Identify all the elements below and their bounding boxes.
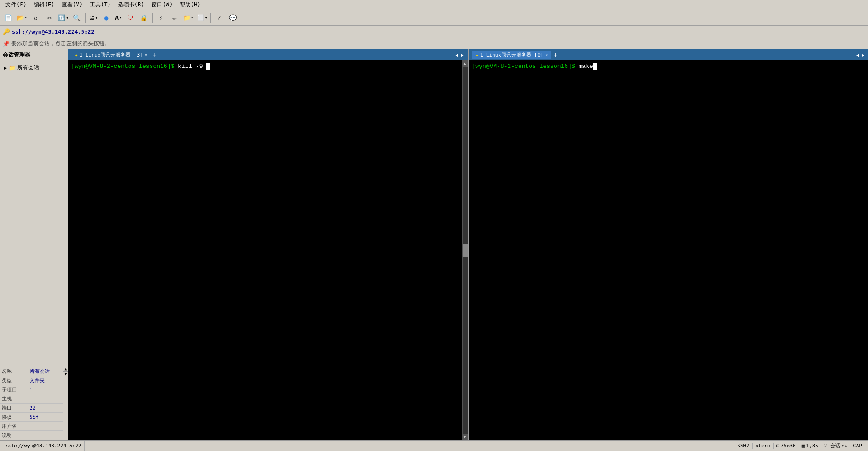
menu-help[interactable]: 帮助(H): [176, 0, 204, 10]
scroll-up-left[interactable]: ▲: [463, 60, 468, 67]
info-val-name: 所有会话: [28, 367, 63, 376]
shield-button[interactable]: 🛡: [124, 12, 137, 24]
pane-tab-right-label: 1 Linux腾讯云服务器 [0]: [480, 52, 544, 58]
info-val-port: 22: [28, 404, 63, 413]
session-manager-dropdown[interactable]: 🗂▾: [88, 12, 99, 24]
color-button[interactable]: ●: [100, 12, 113, 24]
status-arrows: ↑↓: [842, 443, 847, 448]
info-key-children: 子项目: [0, 385, 28, 394]
scroll-down-left[interactable]: ▼: [463, 434, 468, 440]
info-key-port: 端口: [0, 404, 28, 413]
sidebar-item-label: 所有会话: [17, 64, 39, 72]
terminal-pane-left[interactable]: ✦ 1 Linux腾讯云服务器 [3] × + ◀ ▶ [wyn@VM-8-2-…: [68, 49, 468, 440]
info-row-username: 用户名: [0, 422, 63, 431]
separator-1: [85, 13, 86, 23]
folder-icon: ▶: [4, 65, 7, 71]
info-row-name: 名称 所有会话: [0, 367, 63, 376]
info-row-protocol: 协议 SSH: [0, 413, 63, 422]
info-key-name: 名称: [0, 367, 28, 376]
menu-tabs[interactable]: 选项卡(B): [114, 0, 148, 10]
terminal-content-right[interactable]: [wyn@VM-8-2-centos lesson16]$ make: [469, 60, 868, 440]
info-row-host: 主机: [0, 394, 63, 404]
separator-3: [210, 13, 211, 23]
scroll-thumb-left[interactable]: [463, 244, 468, 257]
sidebar: 会话管理器 ▶ 📁 所有会话 名称 所有会话 类型 文件夹: [0, 49, 68, 440]
menu-view[interactable]: 查看(V): [58, 0, 86, 10]
pane-tab-left-star: ✦: [75, 52, 78, 57]
pane-tab-right-add[interactable]: +: [551, 51, 559, 58]
pane-tab-right-star: ✦: [476, 52, 478, 57]
session-tree: ▶ 📁 所有会话: [0, 61, 68, 367]
term-cursor-right: [593, 63, 597, 70]
font-dropdown[interactable]: A▾: [114, 12, 123, 24]
address-text: ssh://wyn@43.143.224.5:22: [12, 29, 94, 35]
macro-button[interactable]: ⚡: [155, 12, 167, 24]
pane-tab-left[interactable]: ✦ 1 Linux腾讯云服务器 [3] ×: [71, 51, 151, 59]
status-sessions-text: 2 会话: [824, 442, 840, 449]
info-row-desc: 说明: [0, 431, 63, 440]
info-key-type: 类型: [0, 376, 28, 385]
terminal-pane-right[interactable]: ✦ 1 Linux腾讯云服务器 [0] × + ◀ ▶ [wyn@VM-8-2-…: [468, 49, 868, 440]
info-val-username: [28, 422, 63, 431]
menu-file[interactable]: 文件(F): [2, 0, 30, 10]
open-dropdown[interactable]: 📂▾: [16, 12, 28, 24]
status-term-text: xterm: [755, 443, 770, 449]
status-size[interactable]: ⊞ 75×36: [774, 443, 799, 449]
find-button[interactable]: 🔍: [71, 12, 83, 24]
status-protocol[interactable]: SSH2: [734, 443, 753, 449]
scrollbar-up-btn[interactable]: ▲: [63, 367, 68, 372]
status-right-group: SSH2 xterm ⊞ 75×36 ▦ 1,35 2 会话 ↑↓ CAP: [734, 442, 865, 449]
status-cap-text: CAP: [853, 443, 862, 449]
folder-dropdown[interactable]: 📁▾: [182, 12, 195, 24]
sidebar-item-all-sessions[interactable]: ▶ 📁 所有会话: [2, 63, 66, 73]
addressbar: 🔑 ssh://wyn@43.143.224.5:22: [0, 26, 868, 38]
sidebar-title: 会话管理器: [0, 49, 68, 61]
status-cursor[interactable]: ▦ 1,35: [799, 443, 821, 449]
menu-window[interactable]: 窗口(W): [148, 0, 176, 10]
term-command-right: make: [579, 63, 593, 70]
help-button[interactable]: ?: [213, 12, 225, 24]
pane-tab-left-close[interactable]: ×: [145, 52, 147, 57]
status-size-text: 75×36: [781, 443, 796, 449]
info-key-protocol: 协议: [0, 413, 28, 422]
terminal-area: ✦ 1 Linux腾讯云服务器 [3] × + ◀ ▶ [wyn@VM-8-2-…: [68, 49, 868, 440]
pane-tab-right[interactable]: ✦ 1 Linux腾讯云服务器 [0] ×: [472, 51, 552, 59]
info-scrollbar[interactable]: ▲ ▼: [63, 367, 68, 440]
pane-tab-left-add[interactable]: +: [151, 51, 158, 58]
menu-edit[interactable]: 编辑(E): [30, 0, 58, 10]
info-key-username: 用户名: [0, 422, 28, 431]
menu-tools[interactable]: 工具(T): [86, 0, 114, 10]
chat-button[interactable]: 💬: [226, 12, 239, 24]
menubar: 文件(F) 编辑(E) 查看(V) 工具(T) 选项卡(B) 窗口(W) 帮助(…: [0, 0, 868, 10]
terminal-panes: ✦ 1 Linux腾讯云服务器 [3] × + ◀ ▶ [wyn@VM-8-2-…: [68, 49, 868, 440]
terminal-content-left[interactable]: [wyn@VM-8-2-centos lesson16]$ kill -9: [68, 60, 462, 440]
edit-button[interactable]: ✏: [168, 12, 181, 24]
info-val-desc: [28, 431, 63, 440]
pane-tab-left-prev[interactable]: ◀: [454, 52, 459, 57]
terminal-scrollbar-left[interactable]: ▲ ▼: [462, 60, 468, 440]
address-icon: 🔑: [3, 28, 10, 35]
status-term[interactable]: xterm: [753, 443, 774, 449]
scrollbar-down-btn[interactable]: ▼: [63, 372, 68, 376]
pane-tab-right-nav: ◀ ▶: [855, 52, 865, 57]
lock-button[interactable]: 🔒: [138, 12, 151, 24]
reconnect-button[interactable]: ↺: [29, 12, 42, 24]
pane-tab-right-next[interactable]: ▶: [861, 52, 865, 57]
status-sessions[interactable]: 2 会话 ↑↓: [821, 442, 850, 449]
term-prompt-left: [wyn@VM-8-2-centos lesson16]$: [71, 63, 178, 70]
disconnect-button[interactable]: ✂: [43, 12, 56, 24]
pane-tab-left-next[interactable]: ▶: [460, 52, 464, 57]
pane-tab-right-prev[interactable]: ◀: [855, 52, 860, 57]
pane-tab-right-close[interactable]: ×: [545, 52, 548, 57]
pane-tab-left-nav: ◀ ▶: [454, 52, 464, 57]
info-key-host: 主机: [0, 394, 28, 404]
status-protocol-text: SSH2: [737, 443, 749, 449]
pane-tab-left-label: 1 Linux腾讯云服务器 [3]: [79, 52, 143, 58]
info-val-protocol: SSH: [28, 413, 63, 422]
refresh-dropdown[interactable]: 🔃▾: [57, 12, 69, 24]
info-val-host: [28, 394, 63, 404]
new-session-button[interactable]: 📄: [2, 12, 15, 24]
term-command-left: kill -9: [178, 63, 206, 70]
layout-dropdown[interactable]: ⬜▾: [196, 12, 208, 24]
toolbar: 📄 📂▾ ↺ ✂ 🔃▾ 🔍 🗂▾ ● A▾ 🛡 🔒 ⚡ ✏ 📁▾ ⬜▾ ? 💬: [0, 10, 868, 26]
